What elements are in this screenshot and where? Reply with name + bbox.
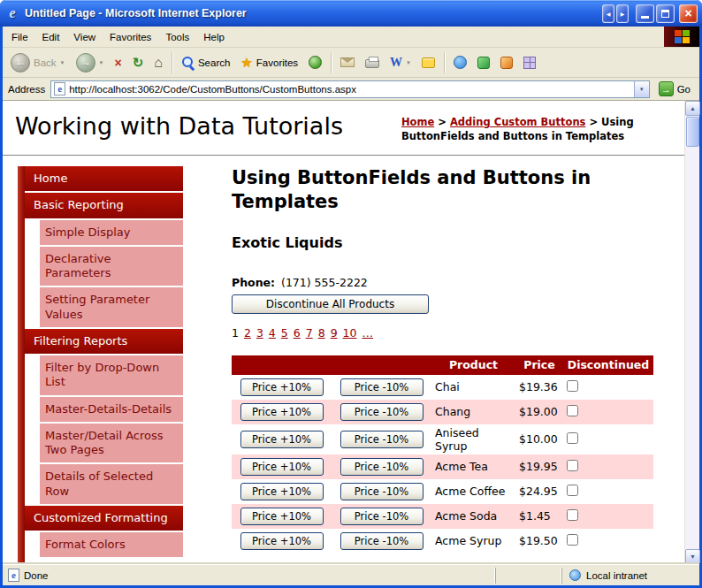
price-down-button[interactable]: Price -10% [340, 403, 423, 421]
discontinue-all-button[interactable]: Discontinue All Products [232, 294, 429, 314]
discontinued-checkbox[interactable] [567, 380, 578, 392]
pager-page-5[interactable]: 5 [281, 326, 288, 340]
grid-header-col0 [232, 355, 332, 375]
vertical-scrollbar[interactable]: ▲ ▼ [684, 101, 699, 564]
price-down-button[interactable]: Price -10% [340, 378, 423, 396]
browser-window: e Untitled Page - Microsoft Internet Exp… [0, 0, 702, 588]
sidebar-item-setting-parameter-values[interactable]: Setting Parameter Values [40, 287, 183, 327]
price-cell: $1.45 [515, 504, 563, 529]
sidebar-item-customized-formatting[interactable]: Customized Formatting [25, 506, 183, 531]
pager-page-ellipsis[interactable]: … [362, 326, 373, 340]
price-down-button[interactable]: Price -10% [340, 431, 423, 448]
price-up-button[interactable]: Price +10% [240, 378, 324, 396]
menu-edit[interactable]: Edit [35, 28, 67, 46]
research-button[interactable] [496, 54, 517, 72]
home-button[interactable]: ⌂ [149, 52, 167, 73]
title-nav-forward-button[interactable]: ▶ [616, 4, 629, 23]
price-down-button[interactable]: Price -10% [340, 508, 423, 525]
sidebar-item-simple-display[interactable]: Simple Display [40, 220, 183, 245]
messenger-icon [477, 57, 490, 69]
intranet-icon [569, 569, 581, 581]
scrollbar-thumb[interactable] [686, 117, 699, 147]
price-up-button[interactable]: Price +10% [240, 483, 324, 500]
print-button[interactable] [361, 54, 384, 71]
sidebar-item-details-of-selected-row[interactable]: Details of Selected Row [40, 464, 183, 504]
grid-row-aniseed-syrup: Price +10%Price -10%Aniseed Syrup$10.00 [232, 424, 653, 454]
address-dropdown-button[interactable]: ▼ [634, 81, 649, 97]
discontinued-cell [563, 479, 653, 504]
discontinued-checkbox[interactable] [567, 432, 578, 444]
pager-page-7[interactable]: 7 [306, 326, 313, 340]
price-up-button[interactable]: Price +10% [240, 508, 324, 525]
favorites-button[interactable]: ★ Favorites [236, 52, 302, 73]
stop-button[interactable]: × [110, 53, 126, 73]
price-down-button[interactable]: Price -10% [340, 532, 423, 550]
supplier-name: Exotic Liquids [232, 234, 660, 251]
search-button[interactable]: Search [177, 53, 234, 72]
sidebar-item-format-colors[interactable]: Format Colors [40, 532, 183, 557]
pager-page-6[interactable]: 6 [294, 326, 301, 340]
toolbar-separator [331, 52, 332, 73]
web-globe-button[interactable] [449, 53, 471, 72]
back-icon: ← [11, 53, 30, 73]
price-down-button[interactable]: Price -10% [340, 458, 423, 476]
sidebar-item-basic-reporting[interactable]: Basic Reporting [25, 193, 183, 218]
menu-favorites[interactable]: Favorites [103, 28, 158, 46]
sidebar-item-filter-by-drop-down-list[interactable]: Filter by Drop-Down List [40, 355, 183, 395]
menu-view[interactable]: View [66, 28, 103, 46]
price-up-button[interactable]: Price +10% [240, 431, 324, 448]
discuss-button[interactable] [417, 55, 439, 71]
sidebar-item-filtering-reports[interactable]: Filtering Reports [25, 329, 183, 354]
messenger-button[interactable] [473, 54, 494, 72]
discontinued-cell [563, 424, 653, 454]
breadcrumb-link-adding-custom-buttons[interactable]: Adding Custom Buttons [450, 116, 585, 128]
grid-row-chang: Price +10%Price -10%Chang$19.00 [232, 400, 653, 424]
pager-page-2[interactable]: 2 [244, 326, 251, 340]
edit-word-icon: W [390, 57, 402, 69]
close-icon: × [684, 6, 691, 20]
price-cell: $19.95 [515, 454, 563, 479]
address-input[interactable]: e http://localhost:3062/Code/CustomButto… [50, 80, 649, 98]
refresh-button[interactable]: ↻ [128, 52, 149, 73]
scroll-down-button[interactable]: ▼ [685, 549, 700, 564]
mail-button[interactable] [336, 55, 359, 70]
pager-page-4[interactable]: 4 [269, 326, 276, 340]
discontinued-checkbox[interactable] [567, 460, 578, 471]
pager-page-8[interactable]: 8 [318, 326, 325, 340]
page-header: Working with Data Tutorials Home > Addin… [3, 101, 684, 156]
breadcrumb-separator: > [434, 116, 450, 128]
stop-icon: × [114, 56, 121, 70]
discontinued-checkbox[interactable] [567, 509, 578, 521]
close-button[interactable]: × [679, 4, 698, 23]
menu-file[interactable]: File [4, 28, 35, 46]
pager-page-10[interactable]: 10 [343, 326, 357, 340]
breadcrumb-link-home[interactable]: Home [401, 116, 434, 128]
sidebar-item-master-details-details[interactable]: Master-Details-Details [40, 397, 183, 422]
title-nav-back-button[interactable]: ◀ [602, 4, 614, 23]
forward-button[interactable]: → ▼ [72, 50, 109, 75]
discontinued-checkbox[interactable] [567, 485, 578, 496]
sidebar-item-master-detail-across-two-pages[interactable]: Master/Detail Across Two Pages [40, 424, 183, 463]
edit-button[interactable]: W ▼ [385, 54, 416, 72]
sidebar-item-declarative-parameters[interactable]: Declarative Parameters [40, 247, 183, 286]
pager-page-9[interactable]: 9 [331, 326, 338, 340]
discontinued-checkbox[interactable] [567, 405, 578, 416]
menu-tools[interactable]: Tools [158, 28, 196, 46]
home-icon: ⌂ [154, 55, 163, 71]
go-button[interactable]: → Go [655, 80, 694, 97]
discontinued-checkbox[interactable] [567, 534, 578, 546]
price-down-button[interactable]: Price -10% [340, 483, 423, 500]
minimize-button[interactable] [636, 4, 654, 23]
pager-page-3[interactable]: 3 [256, 326, 263, 340]
sidebar-item-home[interactable]: Home [25, 166, 183, 191]
scroll-up-button[interactable]: ▲ [685, 101, 700, 116]
maximize-button[interactable] [656, 4, 675, 23]
discontinued-cell [563, 454, 653, 479]
price-up-button[interactable]: Price +10% [240, 403, 324, 421]
menu-help[interactable]: Help [196, 28, 232, 46]
tiles-button[interactable] [519, 54, 540, 72]
history-button[interactable] [304, 53, 326, 72]
back-button[interactable]: ← Back ▼ [6, 50, 70, 75]
price-up-button[interactable]: Price +10% [240, 532, 324, 550]
price-up-button[interactable]: Price +10% [240, 458, 324, 476]
